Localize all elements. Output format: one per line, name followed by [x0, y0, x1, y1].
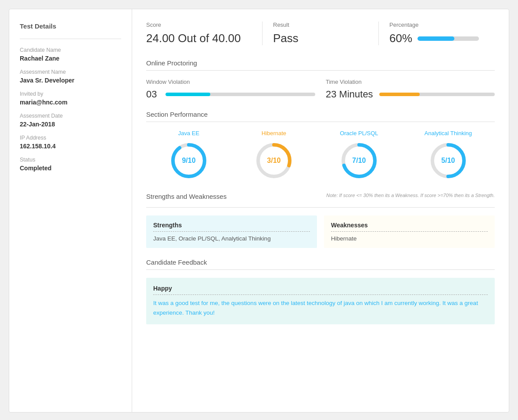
performance-header: Section Performance	[146, 111, 495, 118]
perf-java-ee-label: Java EE	[178, 130, 199, 136]
perf-java-ee-chart: 9/10	[169, 141, 209, 180]
time-violation-col: Time Violation 23 Minutes	[326, 79, 495, 100]
score-label: Score	[146, 22, 252, 28]
time-violation-fill	[379, 93, 420, 96]
status-label: Status	[20, 157, 121, 163]
sw-header: Strengths and Weaknesses	[146, 193, 227, 200]
percentage-bar-fill	[417, 36, 454, 41]
perf-analytical: Analytical Thinking 5/10	[424, 130, 472, 180]
window-violation-value: 03	[146, 89, 159, 100]
window-violation-bar	[165, 93, 315, 96]
ip-address-label: IP Address	[20, 135, 121, 141]
strengths-value: Java EE, Oracle PL/SQL, Analytical Think…	[153, 235, 310, 242]
time-violation-row: 23 Minutes	[326, 89, 495, 100]
perf-java-ee-score: 9/10	[182, 157, 195, 165]
window-violation-col: Window Violation 03	[146, 79, 315, 100]
feedback-text: It was a good test for me, the questions…	[153, 298, 488, 317]
proctoring-row: Window Violation 03 Time Violation 23 Mi…	[146, 79, 495, 100]
sw-note: Note: If score <= 30% then its a Weaknes…	[326, 193, 495, 198]
feedback-mood: Happy	[153, 285, 488, 295]
result-label: Result	[273, 22, 378, 28]
percentage-value: 60%	[389, 32, 412, 45]
assessment-date-label: Assessment Date	[20, 113, 121, 119]
candidate-name-label: Candidate Name	[20, 47, 121, 53]
proctoring-divider	[146, 70, 495, 71]
percentage-label: Percentage	[389, 22, 495, 28]
window-violation-row: 03	[146, 89, 315, 100]
percentage-row: 60%	[389, 32, 495, 45]
perf-oracle: Oracle PL/SQL 7/10	[339, 130, 379, 180]
window-violation-fill	[165, 93, 210, 96]
strengths-col: Strengths Java EE, Oracle PL/SQL, Analyt…	[146, 215, 317, 248]
time-violation-bar	[379, 93, 495, 96]
perf-hibernate-chart: 3/10	[254, 141, 294, 180]
weaknesses-value: Hibernate	[331, 235, 488, 242]
sidebar-title: Test Details	[20, 22, 121, 30]
perf-java-ee: Java EE 9/10	[169, 130, 209, 180]
feedback-header: Candidate Feedback	[146, 258, 495, 266]
sw-divider	[146, 207, 495, 208]
weaknesses-title: Weaknesses	[331, 222, 488, 232]
sw-header-row: Strengths and Weaknesses Note: If score …	[146, 193, 495, 204]
weaknesses-col: Weaknesses Hibernate	[324, 215, 495, 248]
perf-oracle-score: 7/10	[352, 157, 366, 165]
perf-analytical-label: Analytical Thinking	[424, 130, 472, 136]
ip-address-value: 162.158.10.4	[20, 143, 121, 150]
time-violation-value: 23 Minutes	[326, 89, 373, 100]
perf-analytical-chart: 5/10	[428, 141, 468, 180]
invited-by-value: maria@hnc.com	[20, 99, 121, 106]
percentage-bar	[417, 36, 479, 41]
main-content: Score 24.00 Out of 40.00 Result Pass Per…	[132, 9, 509, 412]
assessment-name-label: Assessment Name	[20, 69, 121, 75]
candidate-name-value: Rachael Zane	[20, 55, 121, 62]
proctoring-header: Online Proctoring	[146, 59, 495, 67]
status-value: Completed	[20, 165, 121, 172]
time-violation-label: Time Violation	[326, 79, 495, 85]
result-value: Pass	[273, 32, 378, 45]
performance-row: Java EE 9/10 Hibernate 3/10	[146, 130, 495, 180]
perf-oracle-label: Oracle PL/SQL	[340, 130, 378, 136]
window-violation-label: Window Violation	[146, 79, 315, 85]
invited-by-label: Invited by	[20, 91, 121, 97]
assessment-name-value: Java Sr. Developer	[20, 77, 121, 84]
strengths-title: Strengths	[153, 222, 310, 232]
score-value: 24.00 Out of 40.00	[146, 32, 252, 45]
result-col: Result Pass	[262, 22, 378, 45]
feedback-box: Happy It was a good test for me, the que…	[146, 278, 495, 324]
main-card: Test Details Candidate Name Rachael Zane…	[9, 9, 509, 413]
score-col: Score 24.00 Out of 40.00	[146, 22, 262, 45]
feedback-divider	[146, 269, 495, 270]
sidebar: Test Details Candidate Name Rachael Zane…	[9, 9, 132, 412]
assessment-date-value: 22-Jan-2018	[20, 121, 121, 128]
perf-oracle-chart: 7/10	[339, 141, 379, 180]
sw-row: Strengths Java EE, Oracle PL/SQL, Analyt…	[146, 215, 495, 248]
perf-hibernate: Hibernate 3/10	[254, 130, 294, 180]
perf-analytical-score: 5/10	[441, 157, 455, 165]
perf-hibernate-score: 3/10	[267, 157, 281, 165]
performance-divider	[146, 122, 495, 122]
perf-hibernate-label: Hibernate	[262, 130, 286, 136]
score-result-row: Score 24.00 Out of 40.00 Result Pass Per…	[146, 22, 495, 50]
percentage-col: Percentage 60%	[378, 22, 495, 45]
